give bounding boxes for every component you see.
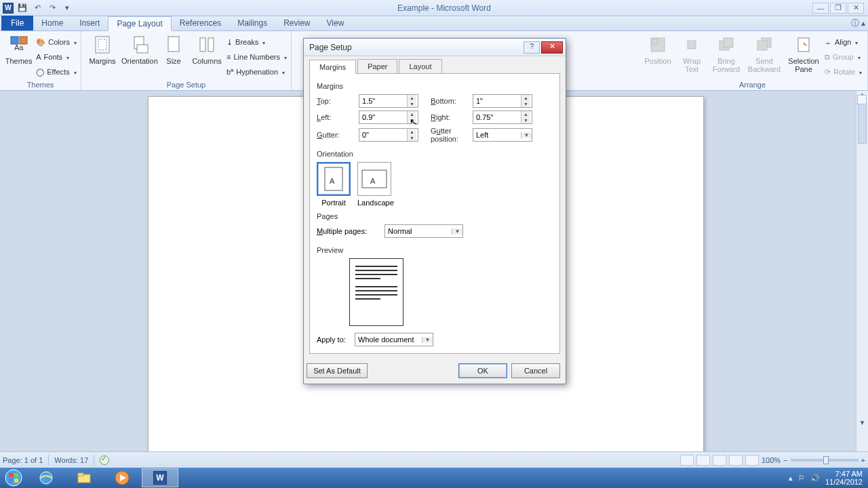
tab-page-layout[interactable]: Page Layout <box>108 16 171 31</box>
columns-button[interactable]: Columns <box>190 33 224 77</box>
multiple-pages-combo[interactable]: Normal▼ <box>384 224 463 238</box>
preview-thumbnail <box>349 258 403 326</box>
line-numbers-button[interactable]: ≡Line Numbers <box>226 50 287 64</box>
tray-flag-icon[interactable]: ⚐ <box>798 474 805 483</box>
theme-fonts-button[interactable]: AFonts <box>36 50 77 64</box>
margin-right-input[interactable]: ▲▼ <box>473 110 532 124</box>
scroll-down-icon[interactable]: ▼ <box>856 419 868 430</box>
group-button[interactable]: ⧉Group <box>825 50 862 64</box>
tab-review[interactable]: Review <box>275 16 318 30</box>
redo-icon[interactable]: ↷ <box>46 2 58 14</box>
margin-top-input[interactable]: ▲▼ <box>359 94 418 108</box>
dialog-titlebar[interactable]: Page Setup ? ✕ <box>304 39 566 56</box>
ok-button[interactable]: OK <box>458 363 507 378</box>
view-outline-button[interactable] <box>729 455 743 466</box>
apply-to-combo[interactable]: Whole document▼ <box>355 333 433 346</box>
view-print-layout-button[interactable] <box>680 455 694 466</box>
minimize-button[interactable]: — <box>812 3 829 14</box>
theme-effects-button[interactable]: ◯Effects <box>36 65 77 79</box>
tab-insert[interactable]: Insert <box>71 16 108 30</box>
restore-button[interactable]: ❐ <box>830 3 846 14</box>
zoom-level[interactable]: 100% <box>762 456 781 464</box>
chevron-down-icon[interactable]: ▼ <box>422 337 433 343</box>
dialog-help-button[interactable]: ? <box>524 41 540 54</box>
align-button[interactable]: ⫠Align <box>825 35 862 49</box>
dialog-close-button[interactable]: ✕ <box>541 41 563 54</box>
orientation-portrait[interactable]: A Portrait <box>317 162 351 207</box>
spellcheck-status-icon[interactable] <box>100 455 109 465</box>
undo-icon[interactable]: ↶ <box>31 2 43 14</box>
tab-view[interactable]: View <box>319 16 353 30</box>
apply-to-label: Apply to: <box>317 336 351 344</box>
zoom-slider[interactable] <box>791 459 859 462</box>
breaks-button[interactable]: ⤓Breaks <box>226 35 287 49</box>
taskbar-word-button[interactable]: W <box>142 468 178 487</box>
size-button[interactable]: Size <box>160 33 187 77</box>
gutter-position-combo[interactable]: Left▼ <box>473 128 532 142</box>
dialog-tab-layout[interactable]: Layout <box>399 59 441 73</box>
set-as-default-button[interactable]: Set As Default <box>307 363 368 378</box>
cancel-button[interactable]: Cancel <box>511 363 560 378</box>
columns-icon <box>197 35 216 54</box>
spinner-up-icon[interactable]: ▲ <box>408 95 416 101</box>
orientation-landscape[interactable]: A Landscape <box>357 162 394 207</box>
dialog-tab-margins[interactable]: Margins <box>309 60 356 74</box>
status-page[interactable]: Page: 1 of 1 <box>3 456 43 464</box>
margin-bottom-input[interactable]: ▲▼ <box>473 94 532 108</box>
save-icon[interactable]: 💾 <box>16 2 28 14</box>
quick-access-toolbar: W 💾 ↶ ↷ ▾ <box>0 2 76 14</box>
bring-forward-button[interactable]: Bring Forward <box>709 33 743 77</box>
tray-show-hidden-icon[interactable]: ▴ <box>789 474 793 483</box>
tab-references[interactable]: References <box>172 16 229 30</box>
tab-mailings[interactable]: Mailings <box>229 16 275 30</box>
gutter-input[interactable]: ▲▼ <box>359 128 418 142</box>
ribbon-help-icon[interactable]: ⓘ ▴ <box>851 18 865 29</box>
hyphenation-button[interactable]: bªHyphenation <box>226 65 287 79</box>
vertical-scrollbar[interactable]: ▲ ▼ <box>856 91 868 451</box>
svg-rect-7 <box>168 37 179 52</box>
effects-icon: ◯ <box>36 68 44 77</box>
dialog-tabs: Margins Paper Layout <box>309 59 560 74</box>
colors-icon: 🎨 <box>36 38 45 47</box>
send-backward-button[interactable]: Send Backward <box>746 33 783 77</box>
selection-pane-button[interactable]: Selection Pane <box>785 33 822 77</box>
themes-icon: Aa <box>9 35 28 54</box>
tab-home[interactable]: Home <box>33 16 71 30</box>
margin-left-input[interactable]: ▲▼ <box>359 110 418 124</box>
svg-rect-12 <box>688 41 696 49</box>
dialog-tab-paper[interactable]: Paper <box>357 59 397 73</box>
multiple-pages-label: Multiple pages: <box>317 227 378 235</box>
orientation-button[interactable]: Orientation <box>122 33 157 77</box>
file-tab[interactable]: File <box>1 16 33 30</box>
position-button[interactable]: Position <box>642 33 674 77</box>
theme-colors-button[interactable]: 🎨Colors <box>36 35 77 49</box>
system-tray: ▴ ⚐ 🔊 7:47 AM 11/24/2012 <box>789 470 868 486</box>
ruler-toggle-button[interactable] <box>857 95 867 104</box>
close-button[interactable]: ✕ <box>848 3 864 14</box>
status-words[interactable]: Words: 17 <box>54 456 88 464</box>
start-button[interactable] <box>0 468 27 488</box>
chevron-down-icon[interactable]: ▼ <box>521 132 532 138</box>
svg-rect-29 <box>78 473 83 476</box>
spinner-down-icon[interactable]: ▼ <box>408 101 416 107</box>
margins-button[interactable]: Margins <box>85 33 119 77</box>
rotate-button[interactable]: ⟳Rotate <box>825 65 862 79</box>
zoom-slider-knob[interactable] <box>823 456 829 464</box>
selection-pane-icon <box>794 35 813 54</box>
scrollbar-thumb[interactable] <box>858 103 867 144</box>
tray-volume-icon[interactable]: 🔊 <box>810 474 820 483</box>
view-web-layout-button[interactable] <box>713 455 726 466</box>
taskbar-media-player-button[interactable] <box>104 468 140 487</box>
view-draft-button[interactable] <box>745 455 759 466</box>
tray-clock[interactable]: 7:47 AM 11/24/2012 <box>825 470 863 486</box>
themes-button[interactable]: Aa Themes <box>4 33 33 77</box>
hyphenation-icon: bª <box>226 68 233 76</box>
qat-customize-icon[interactable]: ▾ <box>61 2 73 14</box>
zoom-in-button[interactable]: + <box>861 456 865 464</box>
taskbar-ie-button[interactable] <box>28 468 64 487</box>
zoom-out-button[interactable]: − <box>783 456 787 464</box>
taskbar-explorer-button[interactable] <box>66 468 102 487</box>
chevron-down-icon[interactable]: ▼ <box>452 228 462 235</box>
wrap-text-button[interactable]: Wrap Text <box>677 33 707 77</box>
view-full-screen-button[interactable] <box>696 455 710 466</box>
